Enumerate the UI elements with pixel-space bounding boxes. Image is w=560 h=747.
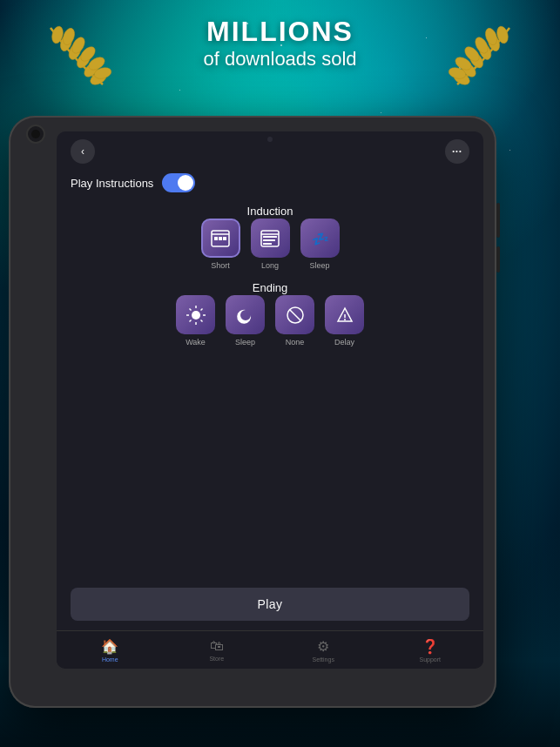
svg-line-38	[189, 308, 191, 310]
ending-wake-button[interactable]	[176, 295, 215, 334]
svg-line-43	[290, 310, 300, 320]
support-tab-icon: ❓	[422, 638, 439, 655]
svg-line-41	[189, 320, 191, 321]
tablet-device: ‹ ••• Play Instructions Induction	[9, 116, 496, 708]
header-line1: MILLIONS	[0, 16, 560, 48]
ending-delay-group: Delay	[325, 295, 364, 347]
svg-rect-29	[263, 236, 277, 238]
induction-buttons-group: Short Long	[57, 219, 483, 270]
svg-line-39	[200, 320, 202, 321]
volume-up-button	[496, 246, 500, 273]
svg-point-33	[192, 311, 200, 320]
back-button[interactable]: ‹	[71, 139, 95, 164]
induction-short-label: Short	[211, 261, 230, 270]
play-button[interactable]: Play	[71, 588, 469, 621]
svg-rect-30	[263, 239, 275, 241]
tab-support[interactable]: ❓ Support	[377, 638, 484, 663]
tablet-screen: ‹ ••• Play Instructions Induction	[57, 131, 483, 669]
screen-camera	[267, 137, 273, 142]
svg-rect-26	[223, 237, 226, 240]
play-instructions-row: Play Instructions	[71, 173, 469, 192]
ending-none-label: None	[286, 338, 305, 347]
home-tab-icon: 🏠	[101, 638, 118, 655]
header-line2: of downloads sold	[0, 48, 560, 71]
ending-sleep-button[interactable]	[226, 295, 265, 334]
ending-buttons-group: Wake Sleep None	[57, 295, 483, 347]
ending-delay-label: Delay	[334, 338, 354, 347]
more-options-button[interactable]: •••	[445, 139, 469, 164]
settings-tab-icon: ⚙	[317, 638, 329, 655]
ending-none-group: None	[275, 295, 314, 347]
ending-none-button[interactable]	[275, 295, 314, 334]
ending-wake-group: Wake	[176, 295, 215, 347]
svg-rect-31	[263, 243, 272, 245]
ending-delay-button[interactable]	[325, 295, 364, 334]
ending-sleep-label: Sleep	[235, 338, 255, 347]
ending-wake-label: Wake	[186, 338, 206, 347]
induction-short-group: Short	[201, 219, 240, 270]
svg-rect-25	[219, 237, 222, 240]
induction-sleep-group: 💤 Sleep	[300, 219, 340, 270]
svg-rect-24	[214, 237, 218, 240]
store-tab-label: Store	[209, 656, 224, 662]
support-tab-label: Support	[419, 656, 441, 663]
header-section: MILLIONS of downloads sold	[0, 16, 560, 71]
tab-settings[interactable]: ⚙ Settings	[270, 638, 377, 663]
tab-home[interactable]: 🏠 Home	[57, 638, 164, 663]
induction-sleep-button[interactable]: 💤	[300, 219, 340, 258]
svg-line-40	[200, 308, 202, 310]
svg-text:💤: 💤	[312, 231, 329, 247]
svg-point-45	[344, 319, 346, 320]
induction-sleep-label: Sleep	[309, 261, 329, 270]
power-button	[496, 203, 500, 238]
play-instructions-label: Play Instructions	[71, 177, 153, 190]
tab-bar: 🏠 Home 🛍 Store ⚙ Settings ❓ Support	[57, 630, 483, 669]
induction-short-button[interactable]	[201, 219, 240, 258]
induction-section-title: Induction	[57, 203, 483, 219]
play-button-label: Play	[257, 597, 282, 611]
induction-long-group: Long	[251, 219, 290, 270]
home-tab-label: Home	[102, 656, 118, 663]
tab-store[interactable]: 🛍 Store	[164, 638, 271, 662]
play-instructions-toggle[interactable]	[162, 173, 195, 192]
store-tab-icon: 🛍	[210, 638, 224, 654]
induction-long-label: Long	[261, 261, 279, 270]
tablet-camera	[26, 124, 45, 144]
ending-section-title: Ending	[57, 279, 483, 295]
ending-sleep-group: Sleep	[226, 295, 265, 347]
settings-tab-label: Settings	[313, 656, 334, 663]
induction-long-button[interactable]	[251, 219, 290, 258]
